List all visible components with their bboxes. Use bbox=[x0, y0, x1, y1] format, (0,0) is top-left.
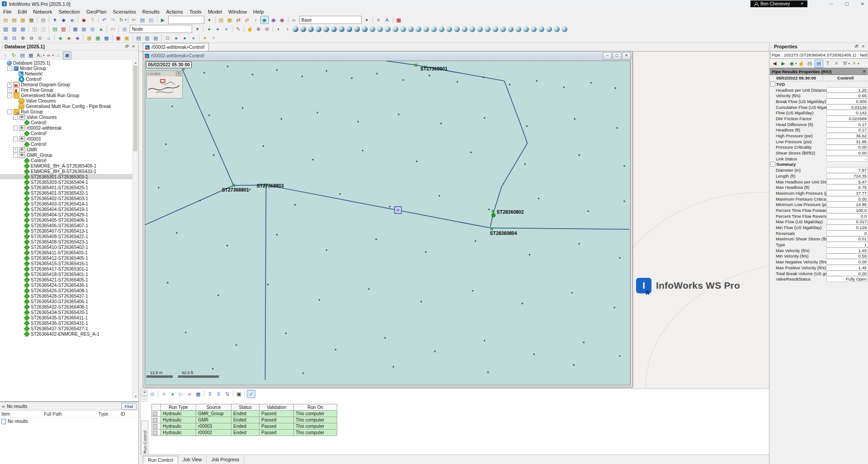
network-node-dot[interactable] bbox=[302, 372, 304, 374]
close-icon[interactable]: ✕ bbox=[863, 70, 866, 74]
collapse-icon[interactable]: - bbox=[770, 82, 775, 87]
tree-item[interactable]: ST26365436-ST26365431-1 bbox=[0, 320, 133, 326]
toolbar-icon[interactable]: ▣ bbox=[123, 34, 131, 42]
property-value[interactable]: 0.317 bbox=[826, 219, 868, 225]
toolbar-icon[interactable]: ▲ bbox=[97, 25, 105, 33]
network-node-dot[interactable] bbox=[317, 112, 318, 113]
property-value[interactable]: 0.17 bbox=[826, 127, 868, 133]
menu-model[interactable]: Model bbox=[205, 9, 225, 15]
network-node-dot[interactable] bbox=[185, 332, 186, 333]
property-value[interactable]: 0.0 bbox=[826, 213, 868, 219]
toolbar-icon[interactable]: ♪ bbox=[252, 16, 259, 23]
network-node-dot[interactable] bbox=[389, 206, 390, 207]
tree-item[interactable]: Control! bbox=[0, 76, 133, 82]
run-table-row[interactable]: HydraulicGMREndedPassedThis computer bbox=[152, 417, 337, 423]
tree-item[interactable]: ST26365412-ST26365405-1 bbox=[0, 255, 133, 261]
run-table-row[interactable]: Hydraulicr00002EndedPassedThis computer bbox=[152, 430, 337, 436]
toolbar-icon[interactable]: ▦ bbox=[27, 52, 35, 59]
property-group[interactable]: -Summary bbox=[769, 162, 868, 168]
network-node-dot[interactable] bbox=[285, 333, 287, 334]
menu-tools[interactable]: Tools bbox=[186, 9, 205, 15]
toolbar-icon[interactable]: ▩ bbox=[395, 16, 403, 23]
toolbar-icon[interactable]: ✂ bbox=[130, 16, 138, 23]
network-node-dot[interactable] bbox=[362, 150, 363, 151]
geoplan-viewport[interactable]: ST27369901ST27368801ST27368803ST28360802… bbox=[145, 61, 631, 385]
toolbar-icon[interactable]: ▤ bbox=[147, 16, 155, 23]
tree-item[interactable]: ST26365421-ST26366405-1 bbox=[0, 277, 133, 282]
toolbar-icon[interactable]: T bbox=[824, 60, 832, 67]
theme-button-icon[interactable] bbox=[439, 26, 444, 32]
child-close-button[interactable]: ✕ bbox=[622, 52, 631, 60]
property-value[interactable]: 0.00 bbox=[826, 271, 868, 277]
toolbar-icon[interactable]: ▣ bbox=[114, 34, 122, 42]
network-node-dot[interactable] bbox=[326, 70, 327, 72]
toolbar-icon[interactable]: ↑ bbox=[1, 52, 9, 59]
toolbar-icon[interactable]: ▦ bbox=[89, 25, 96, 33]
tree-item[interactable]: +GMR bbox=[0, 147, 133, 152]
theme-button-icon[interactable] bbox=[462, 26, 467, 32]
network-node-dot[interactable] bbox=[536, 80, 538, 82]
tree-item[interactable]: ST26365411-ST26365403-1 bbox=[0, 250, 133, 255]
network-node-dot[interactable] bbox=[571, 292, 573, 293]
network-node-dot[interactable] bbox=[335, 349, 336, 350]
property-value[interactable]: 1.45 bbox=[826, 265, 868, 271]
network-node-dot[interactable] bbox=[171, 106, 173, 107]
tree-item[interactable]: ST26365406-ST26365407-1 bbox=[0, 223, 133, 228]
chevron-down-icon[interactable]: ▾ bbox=[43, 54, 45, 57]
network-node-dot[interactable] bbox=[440, 123, 442, 124]
tree-item[interactable]: Control! bbox=[0, 131, 133, 136]
tree-item[interactable]: ST26365418-ST26365401-1 bbox=[0, 272, 133, 277]
theme-button-icon[interactable] bbox=[538, 26, 544, 32]
toolbar-icon[interactable]: ▤ bbox=[217, 16, 225, 23]
property-value[interactable]: 724.35 bbox=[826, 173, 868, 179]
property-value[interactable]: 0.17 bbox=[826, 122, 868, 127]
theme-button-icon[interactable] bbox=[362, 26, 368, 32]
minimize-button[interactable]: ─ bbox=[830, 1, 833, 6]
toolbar-icon[interactable]: ✓ bbox=[247, 390, 255, 398]
network-node-dot[interactable] bbox=[434, 351, 435, 352]
theme-button-icon[interactable] bbox=[500, 26, 506, 32]
property-value[interactable]: - bbox=[826, 156, 868, 162]
network-node-dot[interactable] bbox=[529, 254, 530, 255]
network-node-dot[interactable] bbox=[398, 114, 399, 115]
network-node-dot[interactable] bbox=[281, 118, 282, 120]
toolbar-icon[interactable]: ▦ bbox=[28, 16, 35, 23]
network-node-dot[interactable] bbox=[176, 232, 177, 234]
toolbar-icon[interactable]: ∴ bbox=[54, 52, 62, 59]
toolbar-icon[interactable]: ● bbox=[169, 390, 176, 398]
menu-actions[interactable]: Actions bbox=[163, 9, 186, 15]
tree-item[interactable]: ST26365301-ST26365303-1 bbox=[0, 174, 133, 179]
network-node-dot[interactable] bbox=[538, 198, 539, 199]
menu-selection[interactable]: Selection bbox=[56, 9, 83, 15]
tree-item[interactable]: ST26365408-ST26365422-1 bbox=[0, 234, 133, 239]
theme-button-icon[interactable] bbox=[446, 26, 452, 32]
network-node-dot[interactable] bbox=[165, 144, 166, 145]
toolbar-icon[interactable]: ⊼ bbox=[206, 390, 214, 398]
toolbar-icon[interactable]: ◆ bbox=[60, 16, 67, 23]
network-node-dot[interactable] bbox=[203, 72, 205, 74]
menu-file[interactable]: File bbox=[0, 9, 15, 15]
tab-job-view[interactable]: Job View bbox=[178, 456, 207, 463]
property-value[interactable]: 31.85 bbox=[826, 139, 868, 145]
network-node-dot[interactable] bbox=[377, 73, 378, 75]
toolbar-icon[interactable]: ? bbox=[89, 16, 96, 23]
menu-scenarios[interactable]: Scenarios bbox=[110, 9, 139, 15]
toolbar-icon[interactable]: ∞ bbox=[290, 16, 298, 23]
network-node-dot[interactable] bbox=[392, 366, 394, 367]
theme-button-icon[interactable] bbox=[477, 26, 483, 32]
tree-item[interactable]: Control! bbox=[0, 158, 133, 163]
toolbar-icon[interactable]: ↶ bbox=[100, 16, 108, 23]
toolbar-icon[interactable]: ↻ bbox=[10, 52, 18, 59]
run-table-row[interactable]: HydraulicGMR_GroupEndedPassedThis comput… bbox=[152, 411, 337, 417]
network-node-dot[interactable] bbox=[420, 301, 422, 302]
property-value[interactable]: 100.0 bbox=[826, 207, 868, 213]
expand-icon[interactable]: + bbox=[13, 147, 18, 152]
run-table-column[interactable]: Status bbox=[231, 404, 259, 411]
toolbar-icon[interactable]: ✕ bbox=[833, 60, 840, 67]
toolbar-icon[interactable]: ▤ bbox=[51, 25, 59, 33]
node-label[interactable]: ST27368803 bbox=[257, 183, 284, 188]
property-value[interactable]: 0.00 bbox=[826, 145, 868, 150]
network-node-dot[interactable] bbox=[619, 257, 621, 258]
toolbar-icon[interactable]: ◉ bbox=[270, 16, 278, 23]
toolbar-icon[interactable]: ◫ bbox=[31, 25, 38, 33]
